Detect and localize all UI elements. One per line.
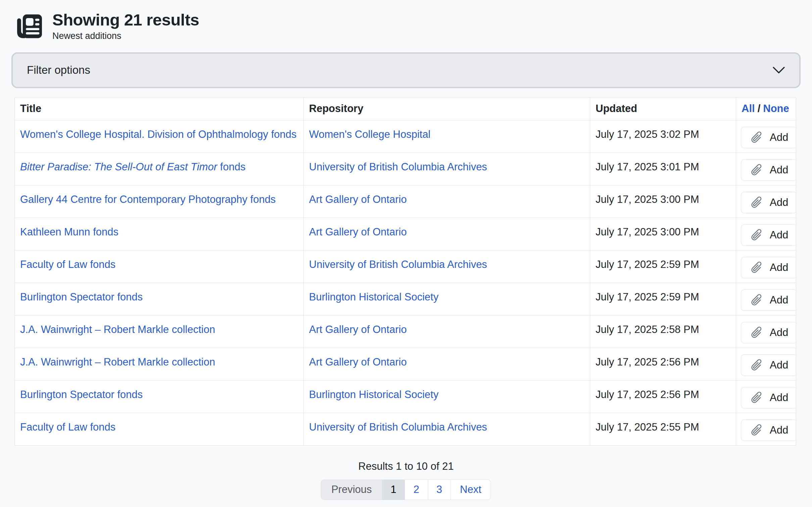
paperclip-icon	[747, 355, 767, 375]
pagination-previous[interactable]: Previous	[321, 480, 382, 500]
repository-link[interactable]: University of British Columbia Archives	[309, 259, 487, 270]
updated-timestamp: July 17, 2025 2:56 PM	[590, 348, 736, 380]
table-row: Burlington Spectator fonds Burlington Hi…	[15, 380, 796, 413]
title-link[interactable]: Bitter Paradise: The Sell-Out of East Ti…	[20, 161, 246, 173]
newest-additions-page: Showing 21 results Newest additions Filt…	[0, 0, 812, 500]
table-row: Women's College Hospital. Division of Op…	[15, 120, 796, 153]
filter-options-label: Filter options	[27, 64, 90, 76]
repository-link[interactable]: Art Gallery of Ontario	[309, 324, 407, 335]
add-cell: Add	[736, 250, 796, 283]
pagination-page-2[interactable]: 2	[405, 480, 428, 500]
pagination: Previous 1 2 3 Next	[0, 480, 812, 500]
repository-link[interactable]: University of British Columbia Archives	[309, 161, 487, 173]
newspaper-icon	[15, 11, 44, 39]
title-cell: Women's College Hospital. Division of Op…	[15, 120, 304, 153]
title-link[interactable]: J.A. Wainwright – Robert Markle collecti…	[20, 356, 215, 368]
repository-link[interactable]: Burlington Historical Society	[309, 389, 439, 400]
repository-cell: Art Gallery of Ontario	[304, 348, 590, 380]
title-link[interactable]: Faculty of Law fonds	[20, 421, 115, 433]
select-separator: /	[758, 103, 761, 114]
updated-timestamp: July 17, 2025 2:59 PM	[590, 283, 736, 315]
results-count-text: Results 1 to 10 of 21	[0, 460, 812, 472]
add-clipboard-button[interactable]: Add	[741, 387, 796, 408]
column-header-repository: Repository	[304, 97, 590, 120]
select-none-link[interactable]: None	[763, 103, 789, 114]
updated-timestamp: July 17, 2025 3:02 PM	[590, 120, 736, 153]
repository-cell: Art Gallery of Ontario	[304, 218, 590, 250]
repository-link[interactable]: Art Gallery of Ontario	[309, 356, 407, 368]
title-cell: Kathleen Munn fonds	[15, 218, 304, 250]
title-link[interactable]: Faculty of Law fonds	[20, 259, 115, 270]
add-clipboard-button[interactable]: Add	[741, 257, 796, 278]
column-header-updated: Updated	[590, 97, 736, 120]
updated-timestamp: July 17, 2025 2:56 PM	[590, 380, 736, 413]
column-header-select: All/None	[736, 97, 796, 120]
title-link[interactable]: Burlington Spectator fonds	[20, 389, 143, 400]
add-cell: Add	[736, 153, 796, 185]
pagination-next[interactable]: Next	[451, 480, 491, 500]
add-clipboard-button[interactable]: Add	[741, 419, 796, 441]
title-link[interactable]: Gallery 44 Centre for Contemporary Photo…	[20, 193, 276, 205]
add-clipboard-button[interactable]: Add	[741, 127, 796, 148]
paperclip-icon	[747, 323, 767, 342]
page-subtitle: Newest additions	[52, 31, 199, 41]
repository-link[interactable]: Burlington Historical Society	[309, 291, 439, 303]
updated-timestamp: July 17, 2025 2:55 PM	[590, 413, 736, 445]
add-cell: Add	[736, 185, 796, 218]
add-cell: Add	[736, 283, 796, 315]
repository-cell: Burlington Historical Society	[304, 380, 590, 413]
table-row: J.A. Wainwright – Robert Markle collecti…	[15, 348, 796, 380]
title-cell: J.A. Wainwright – Robert Markle collecti…	[15, 348, 304, 380]
pagination-page-3[interactable]: 3	[428, 480, 451, 500]
page-title: Showing 21 results	[52, 11, 199, 29]
repository-link[interactable]: Art Gallery of Ontario	[309, 226, 407, 238]
paperclip-icon	[747, 258, 767, 277]
paperclip-icon	[747, 290, 767, 310]
header-text: Showing 21 results Newest additions	[52, 11, 199, 41]
add-clipboard-button[interactable]: Add	[741, 354, 796, 376]
title-cell: Faculty of Law fonds	[15, 250, 304, 283]
add-clipboard-button[interactable]: Add	[741, 192, 796, 213]
paperclip-icon	[747, 388, 767, 407]
add-cell: Add	[736, 380, 796, 413]
add-cell: Add	[736, 120, 796, 153]
table-header-row: Title Repository Updated All/None	[15, 97, 796, 120]
table-row: Faculty of Law fonds University of Briti…	[15, 413, 796, 445]
title-cell: Bitter Paradise: The Sell-Out of East Ti…	[15, 153, 304, 185]
column-header-title: Title	[15, 97, 304, 120]
add-cell: Add	[736, 348, 796, 380]
title-link[interactable]: J.A. Wainwright – Robert Markle collecti…	[20, 324, 215, 335]
title-link[interactable]: Burlington Spectator fonds	[20, 291, 143, 303]
paperclip-icon	[747, 420, 767, 440]
repository-cell: Women's College Hospital	[304, 120, 590, 153]
repository-cell: University of British Columbia Archives	[304, 413, 590, 445]
pagination-page-1[interactable]: 1	[382, 480, 405, 500]
results-table: Title Repository Updated All/None Women'…	[14, 97, 796, 446]
table-row: Gallery 44 Centre for Contemporary Photo…	[15, 185, 796, 218]
title-link[interactable]: Kathleen Munn fonds	[20, 226, 118, 238]
repository-cell: Burlington Historical Society	[304, 283, 590, 315]
title-link[interactable]: Women's College Hospital. Division of Op…	[20, 128, 297, 140]
repository-link[interactable]: University of British Columbia Archives	[309, 421, 487, 433]
table-row: J.A. Wainwright – Robert Markle collecti…	[15, 315, 796, 348]
add-clipboard-button[interactable]: Add	[741, 224, 796, 246]
add-cell: Add	[736, 315, 796, 348]
add-clipboard-button[interactable]: Add	[741, 159, 796, 181]
table-row: Faculty of Law fonds University of Briti…	[15, 250, 796, 283]
repository-cell: Art Gallery of Ontario	[304, 185, 590, 218]
title-cell: Burlington Spectator fonds	[15, 283, 304, 315]
add-clipboard-button[interactable]: Add	[741, 322, 796, 343]
updated-timestamp: July 17, 2025 2:59 PM	[590, 250, 736, 283]
updated-timestamp: July 17, 2025 3:00 PM	[590, 218, 736, 250]
title-cell: J.A. Wainwright – Robert Markle collecti…	[15, 315, 304, 348]
repository-link[interactable]: Art Gallery of Ontario	[309, 193, 407, 205]
title-cell: Faculty of Law fonds	[15, 413, 304, 445]
add-clipboard-button[interactable]: Add	[741, 289, 796, 311]
paperclip-icon	[747, 160, 767, 180]
chevron-down-icon	[772, 66, 785, 74]
select-all-link[interactable]: All	[742, 103, 755, 114]
repository-cell: University of British Columbia Archives	[304, 153, 590, 185]
paperclip-icon	[747, 128, 767, 147]
repository-link[interactable]: Women's College Hospital	[309, 128, 430, 140]
filter-options-toggle[interactable]: Filter options	[11, 52, 801, 88]
